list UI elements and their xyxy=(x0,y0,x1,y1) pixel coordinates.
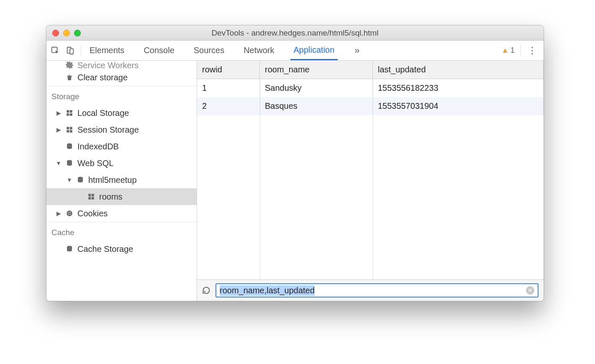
grid-icon xyxy=(65,126,74,133)
table-row[interactable]: 1 Sandusky 1553556182233 xyxy=(197,79,544,97)
warnings-badge[interactable]: ▲ 1 xyxy=(501,46,515,55)
sidebar-item-database-html5meetup[interactable]: ▼ html5meetup xyxy=(46,172,197,188)
tab-sources[interactable]: Sources xyxy=(190,41,228,60)
svg-rect-16 xyxy=(92,194,94,196)
db-icon xyxy=(65,159,74,167)
sidebar-item-label: Cache Storage xyxy=(77,244,133,254)
sidebar-item-label: Clear storage xyxy=(77,73,128,82)
sidebar-item-label: Local Storage xyxy=(77,108,129,118)
svg-point-19 xyxy=(67,210,72,216)
table-header-row: rowid room_name last_updated xyxy=(197,61,544,79)
svg-rect-11 xyxy=(70,130,72,133)
svg-rect-8 xyxy=(67,127,69,129)
query-bar: room_name,last_updated ✕ xyxy=(197,280,544,301)
cell-rowid: 2 xyxy=(197,97,260,115)
table-row[interactable]: 2 Basques 1553557031904 xyxy=(197,97,544,115)
cell-last-updated: 1553557031904 xyxy=(373,97,544,115)
window-title: DevTools - andrew.hedges.name/html5/sql.… xyxy=(211,28,378,38)
svg-point-21 xyxy=(69,212,70,213)
sidebar-item-cookies[interactable]: ▶ Cookies xyxy=(46,205,197,222)
tab-application[interactable]: Application xyxy=(290,41,338,60)
device-toggle-icon[interactable] xyxy=(66,46,75,55)
sidebar-item-label: Web SQL xyxy=(77,159,113,168)
expand-arrow-icon: ▶ xyxy=(56,210,62,217)
db-icon xyxy=(65,245,74,253)
collapse-arrow-icon: ▼ xyxy=(56,160,62,167)
sidebar-section-storage: Storage xyxy=(46,86,197,105)
column-header-rowid[interactable]: rowid xyxy=(197,61,260,79)
sidebar-item-label: Session Storage xyxy=(77,125,139,135)
query-input-container[interactable]: room_name,last_updated ✕ xyxy=(215,283,539,297)
tab-network[interactable]: Network xyxy=(240,41,277,60)
svg-rect-9 xyxy=(70,127,72,129)
sidebar-item-label: html5meetup xyxy=(88,175,137,185)
devtools-menu-icon[interactable]: ⋮ xyxy=(521,45,539,56)
column-header-last-updated[interactable]: last_updated xyxy=(373,61,544,79)
tab-elements[interactable]: Elements xyxy=(86,41,128,60)
sidebar-item-session-storage[interactable]: ▶ Session Storage xyxy=(46,121,197,138)
application-sidebar: Service Workers Clear storage Storage ▶ … xyxy=(46,61,197,301)
query-input[interactable]: room_name,last_updated xyxy=(220,285,315,296)
svg-rect-18 xyxy=(92,197,94,200)
collapse-arrow-icon: ▼ xyxy=(67,177,72,183)
panel-tabs: Elements Console Sources Network Applica… xyxy=(86,41,364,60)
table-panel: rowid room_name last_updated 1 Sandusky … xyxy=(197,61,544,301)
tab-console[interactable]: Console xyxy=(140,41,177,60)
sidebar-item-service-workers[interactable]: Service Workers xyxy=(46,61,197,69)
svg-rect-7 xyxy=(70,113,72,116)
trash-icon xyxy=(65,74,74,81)
sidebar-item-label: Cookies xyxy=(77,209,108,218)
sidebar-item-web-sql[interactable]: ▼ Web SQL xyxy=(46,155,197,172)
main-area: Service Workers Clear storage Storage ▶ … xyxy=(46,61,544,301)
expand-arrow-icon: ▶ xyxy=(56,126,62,133)
gear-icon xyxy=(65,61,74,69)
titlebar: DevTools - andrew.hedges.name/html5/sql.… xyxy=(46,26,544,41)
svg-rect-10 xyxy=(67,130,69,133)
devtools-tabbar: Elements Console Sources Network Applica… xyxy=(46,41,544,61)
sidebar-item-clear-storage[interactable]: Clear storage xyxy=(46,69,197,86)
sidebar-item-table-rooms[interactable]: rooms xyxy=(46,188,197,205)
svg-rect-5 xyxy=(70,110,72,113)
clear-input-icon[interactable]: ✕ xyxy=(526,286,534,295)
sidebar-item-label: IndexedDB xyxy=(77,142,119,151)
sidebar-item-label: Service Workers xyxy=(77,61,138,69)
warnings-count: 1 xyxy=(510,46,515,55)
cell-room-name: Sandusky xyxy=(260,79,373,97)
table-body: 1 Sandusky 1553556182233 2 Basques 15535… xyxy=(197,79,544,279)
cookie-icon xyxy=(65,210,74,217)
svg-point-23 xyxy=(68,214,69,215)
cell-rowid: 1 xyxy=(197,79,260,97)
data-table: rowid room_name last_updated 1 Sandusky … xyxy=(197,61,544,280)
window-controls xyxy=(46,30,81,36)
grid-icon xyxy=(65,109,74,117)
db-icon xyxy=(65,143,74,150)
svg-rect-17 xyxy=(88,197,91,200)
refresh-icon[interactable] xyxy=(202,286,210,295)
sidebar-item-local-storage[interactable]: ▶ Local Storage xyxy=(46,105,197,121)
column-header-room-name[interactable]: room_name xyxy=(260,61,373,79)
svg-rect-6 xyxy=(67,113,69,116)
svg-point-22 xyxy=(70,213,71,214)
sidebar-section-cache: Cache xyxy=(46,222,197,241)
cell-room-name: Basques xyxy=(260,97,373,115)
cell-last-updated: 1553556182233 xyxy=(373,79,544,97)
svg-rect-2 xyxy=(70,49,73,54)
db-icon xyxy=(76,176,85,184)
svg-rect-15 xyxy=(88,194,91,196)
warning-icon: ▲ xyxy=(501,46,509,55)
maximize-window-button[interactable] xyxy=(74,30,81,36)
devtools-window: DevTools - andrew.hedges.name/html5/sql.… xyxy=(46,25,544,301)
inspect-icon[interactable] xyxy=(51,46,60,55)
expand-arrow-icon: ▶ xyxy=(56,110,62,116)
sidebar-item-label: rooms xyxy=(99,192,123,202)
sidebar-item-cache-storage[interactable]: Cache Storage xyxy=(46,241,197,257)
minimize-window-button[interactable] xyxy=(63,30,70,36)
svg-rect-4 xyxy=(67,110,69,113)
grid-icon xyxy=(87,193,96,200)
more-tabs-icon[interactable]: » xyxy=(350,45,364,56)
close-window-button[interactable] xyxy=(52,30,59,36)
svg-point-20 xyxy=(68,212,69,213)
sidebar-item-indexeddb[interactable]: IndexedDB xyxy=(46,138,197,155)
